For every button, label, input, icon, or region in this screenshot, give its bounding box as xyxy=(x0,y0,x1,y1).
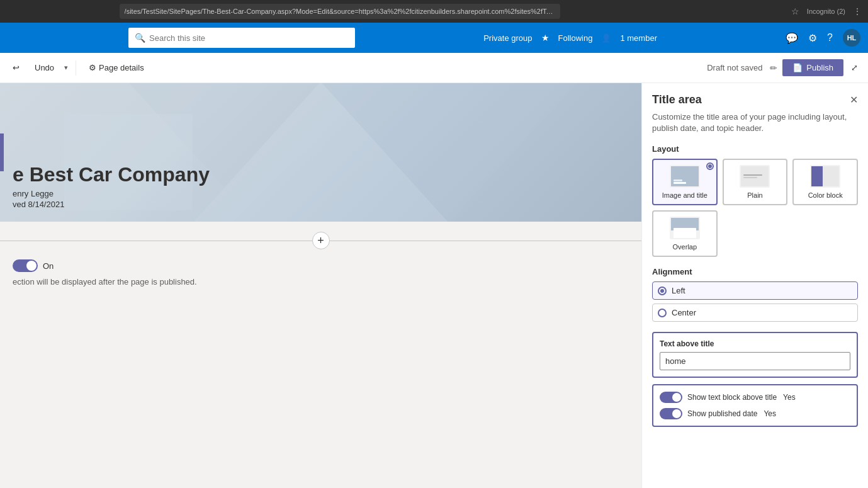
add-line-left xyxy=(0,241,312,241)
search-input[interactable] xyxy=(149,33,349,43)
expand-button[interactable]: ⤢ xyxy=(848,60,860,75)
show-published-date-toggle[interactable] xyxy=(660,408,682,419)
notice-text: ection will be displayed after the page … xyxy=(13,277,629,287)
layout-label-overlap: Overlap xyxy=(673,243,697,251)
profile-icon[interactable]: Incognito (2) xyxy=(807,8,845,15)
show-text-block-label: Show text block above title xyxy=(687,393,777,402)
alignment-center-radio xyxy=(658,309,667,317)
alignment-center-option[interactable]: Center xyxy=(652,304,858,322)
layout-option-plain[interactable]: Plain xyxy=(723,159,788,205)
main-content: e Best Car Company enry Legge ved 8/14/2… xyxy=(0,83,868,488)
toggle-section: On ection will be displayed after the pa… xyxy=(0,259,641,297)
text-above-title-input[interactable] xyxy=(660,352,850,370)
toolbar-chevron[interactable]: ▾ xyxy=(64,64,68,72)
hero-area: e Best Car Company enry Legge ved 8/14/2… xyxy=(0,83,641,222)
help-icon[interactable]: ? xyxy=(827,32,833,43)
undo-label: Undo xyxy=(35,63,54,72)
show-text-block-toggle[interactable] xyxy=(660,392,682,403)
expand-icon: ⤢ xyxy=(851,63,858,72)
layout-icon-color-block xyxy=(810,165,840,188)
text-above-title-section: Text above title xyxy=(652,332,858,378)
layout-grid-2: Overlap xyxy=(652,210,858,257)
alignment-left-label: Left xyxy=(672,286,685,295)
undo-back-button[interactable]: ↩ xyxy=(8,60,25,75)
page-title: e Best Car Company xyxy=(13,162,210,186)
text-above-title-label: Text above title xyxy=(660,339,850,348)
page-details-button[interactable]: ⚙ Page details xyxy=(84,60,149,75)
publish-button[interactable]: 📄 Publish xyxy=(782,59,843,76)
hero-overlay: e Best Car Company enry Legge ved 8/14/2… xyxy=(0,150,210,222)
show-text-block-row: Show text block above title Yes xyxy=(660,392,850,403)
private-group-label: Private group xyxy=(483,33,532,43)
more-icon[interactable]: ⋮ xyxy=(853,6,862,16)
close-panel-button[interactable]: ✕ xyxy=(850,94,858,106)
url-bar[interactable]: /sites/TestSite/SitePages/The-Best-Car-C… xyxy=(120,4,560,19)
layout-icon-overlap xyxy=(670,217,700,239)
alignment-center-label: Center xyxy=(672,308,696,317)
star-icon[interactable]: ☆ xyxy=(791,6,799,16)
layout-option-color-block[interactable]: Color block xyxy=(792,159,858,205)
toolbar-divider-1 xyxy=(76,60,76,76)
panel-description: Customize the title area of your page in… xyxy=(652,111,858,134)
title-area-panel: Title area ✕ Customize the title area of… xyxy=(641,83,868,488)
show-text-block-value: Yes xyxy=(783,393,796,402)
layout-label: Layout xyxy=(652,144,858,154)
page-date: ved 8/14/2021 xyxy=(13,200,210,209)
add-section-area: + xyxy=(0,222,641,259)
layout-option-overlap[interactable]: Overlap xyxy=(652,210,718,257)
layout-icon-image-and-title xyxy=(670,165,700,188)
publish-icon: 📄 xyxy=(792,63,803,72)
layout-grid: Image and title Plain xyxy=(652,159,858,205)
alignment-left-radio xyxy=(658,287,667,295)
show-published-date-row: Show published date Yes xyxy=(660,408,850,419)
undo-button[interactable]: Undo xyxy=(30,60,59,75)
gear-icon: ⚙ xyxy=(89,63,96,72)
layout-label-plain: Plain xyxy=(747,191,762,199)
show-published-date-label: Show published date xyxy=(687,409,757,418)
toggle-label: On xyxy=(43,261,54,271)
favorite-icon[interactable]: ★ xyxy=(541,33,550,43)
layout-radio-image-and-title xyxy=(706,162,714,170)
publish-label: Publish xyxy=(806,63,833,72)
search-box[interactable]: 🔍 xyxy=(128,28,355,48)
member-count: 1 member xyxy=(620,33,657,43)
undo-back-icon: ↩ xyxy=(13,63,20,72)
add-line-right xyxy=(330,241,642,241)
layout-option-image-and-title[interactable]: Image and title xyxy=(652,159,718,205)
page-area: e Best Car Company enry Legge ved 8/14/2… xyxy=(0,83,641,488)
search-icon: 🔍 xyxy=(135,33,145,43)
alignment-section: Alignment Left Center xyxy=(652,267,858,322)
draft-status: Draft not saved xyxy=(707,63,762,72)
panel-header: Title area ✕ xyxy=(652,93,858,106)
edit-toolbar: ↩ Undo ▾ ⚙ Page details Draft not saved … xyxy=(0,53,868,83)
chat-icon[interactable]: 💬 xyxy=(786,32,798,44)
show-block-section: Show text block above title Yes Show pub… xyxy=(652,384,858,427)
sharepoint-nav: 🔍 Private group ★ Following 👤 1 member 💬… xyxy=(0,23,868,53)
layout-label-color-block: Color block xyxy=(808,191,843,199)
show-published-date-knob xyxy=(672,409,681,418)
alignment-label: Alignment xyxy=(652,267,858,276)
settings-icon[interactable]: ⚙ xyxy=(808,32,817,44)
member-icon: 👤 xyxy=(601,33,611,43)
layout-label-image-and-title: Image and title xyxy=(662,191,707,199)
alignment-left-option[interactable]: Left xyxy=(652,281,858,300)
panel-title: Title area xyxy=(652,93,702,106)
browser-bar: /sites/TestSite/SitePages/The-Best-Car-C… xyxy=(0,0,868,23)
layout-icon-plain xyxy=(740,165,770,188)
visibility-toggle[interactable] xyxy=(13,259,38,272)
toggle-knob xyxy=(26,261,37,271)
page-details-label: Page details xyxy=(99,63,144,72)
show-text-block-knob xyxy=(672,393,681,402)
user-avatar[interactable]: HL xyxy=(843,29,860,47)
show-published-date-value: Yes xyxy=(764,409,776,418)
url-text: /sites/TestSite/SitePages/The-Best-Car-C… xyxy=(125,8,555,15)
add-section-button[interactable]: + xyxy=(312,232,330,249)
page-author: enry Legge xyxy=(13,189,210,198)
pencil-icon: ✏ xyxy=(770,63,777,73)
browser-icons: ☆ Incognito (2) ⋮ xyxy=(791,6,862,16)
following-button[interactable]: Following xyxy=(558,33,593,43)
nav-icons: 💬 ⚙ ? HL xyxy=(786,29,860,47)
nav-right: Private group ★ Following 👤 1 member xyxy=(483,33,657,43)
